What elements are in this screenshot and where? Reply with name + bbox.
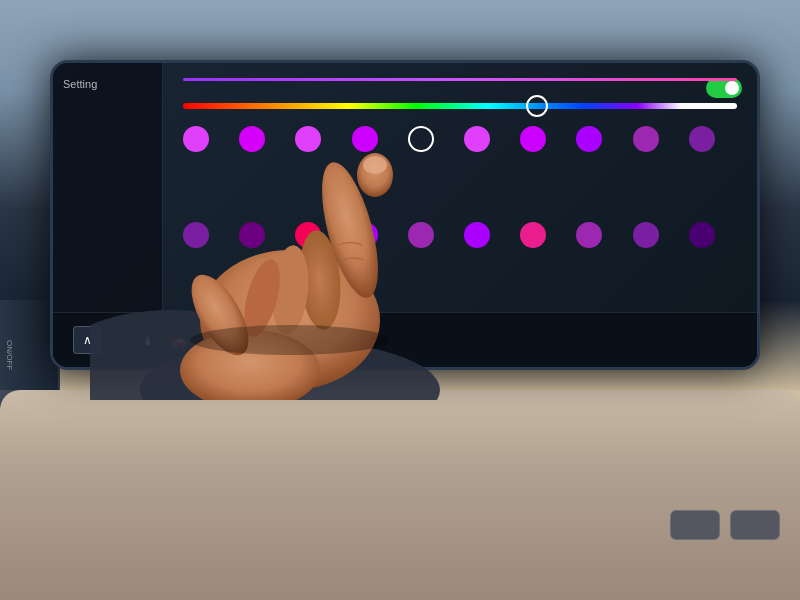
color-dot[interactable] <box>464 126 490 152</box>
rear-temperature: Rear 72° <box>217 326 241 354</box>
screen-content: Setting <box>53 63 757 367</box>
color-dot[interactable] <box>408 222 434 248</box>
chevron-up-icon: ∧ <box>83 333 92 347</box>
rear-label: Rear <box>219 326 239 336</box>
chevron-up-button[interactable]: ∧ <box>73 326 101 354</box>
color-bar-container[interactable] <box>183 96 737 116</box>
on-off-label: ON/OFF <box>5 340 14 370</box>
color-dot[interactable] <box>239 126 265 152</box>
console-button-1[interactable] <box>670 510 720 540</box>
color-dot-selected[interactable] <box>408 126 434 152</box>
car-icon: 🚗 <box>170 332 187 348</box>
purple-slider-track <box>183 78 737 81</box>
color-bar-thumb[interactable] <box>526 95 548 117</box>
color-dot[interactable] <box>576 222 602 248</box>
infotainment-screen: Setting <box>50 60 760 370</box>
color-dot[interactable] <box>576 126 602 152</box>
fan-icon: ✦ <box>266 329 281 351</box>
color-dot[interactable] <box>295 222 321 248</box>
purple-slider-container[interactable] <box>183 78 737 86</box>
color-dot[interactable] <box>633 126 659 152</box>
sidebar-title: Setting <box>63 78 152 90</box>
color-dot[interactable] <box>520 126 546 152</box>
color-dot[interactable] <box>633 222 659 248</box>
color-dot[interactable] <box>352 222 378 248</box>
color-dot[interactable] <box>183 126 209 152</box>
color-dot[interactable] <box>464 222 490 248</box>
status-bar: ∧ 🌡 🚗 Rear 72° ✦ <box>53 312 757 367</box>
console-surface <box>0 390 800 600</box>
rear-temp-value: 72° <box>217 336 241 354</box>
color-bar <box>183 103 737 109</box>
color-dot[interactable] <box>352 126 378 152</box>
color-dot[interactable] <box>239 222 265 248</box>
car-console <box>0 390 800 600</box>
status-icons: 🌡 🚗 <box>141 332 187 348</box>
color-dot[interactable] <box>520 222 546 248</box>
color-dot[interactable] <box>689 126 715 152</box>
color-dot[interactable] <box>689 222 715 248</box>
color-dots-grid <box>183 126 737 310</box>
color-dot[interactable] <box>295 126 321 152</box>
seat-heat-icon: 🌡 <box>141 332 155 348</box>
console-button-2[interactable] <box>730 510 780 540</box>
color-dot[interactable] <box>183 222 209 248</box>
